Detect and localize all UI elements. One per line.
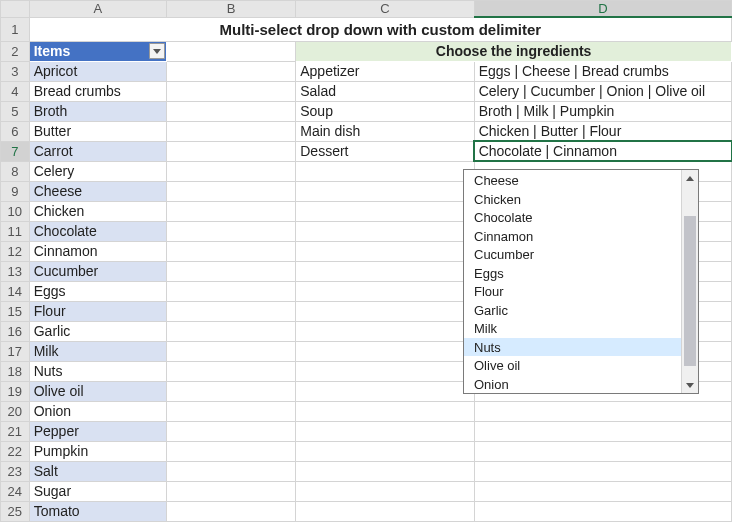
cell[interactable] <box>167 181 296 201</box>
dropdown-option[interactable]: Cheese <box>464 171 681 190</box>
scroll-down-icon[interactable] <box>682 376 698 393</box>
item-cell[interactable]: Chocolate <box>29 221 166 241</box>
item-cell[interactable]: Carrot <box>29 141 166 161</box>
cell[interactable] <box>167 121 296 141</box>
item-cell[interactable]: Flour <box>29 301 166 321</box>
row-header[interactable]: 2 <box>1 41 30 61</box>
cell-dropdown-button[interactable] <box>731 142 732 161</box>
cell[interactable] <box>167 201 296 221</box>
cell[interactable] <box>296 461 474 481</box>
select-all-corner[interactable] <box>1 1 30 18</box>
item-cell[interactable]: Cinnamon <box>29 241 166 261</box>
cell[interactable] <box>296 201 474 221</box>
filter-dropdown-button[interactable] <box>149 43 165 59</box>
cell[interactable] <box>474 501 731 521</box>
cell[interactable] <box>474 441 731 461</box>
cell[interactable] <box>296 381 474 401</box>
scroll-track[interactable] <box>682 187 698 376</box>
cell[interactable] <box>296 181 474 201</box>
cell[interactable] <box>167 361 296 381</box>
row-header[interactable]: 7 <box>1 141 30 161</box>
item-cell[interactable]: Pepper <box>29 421 166 441</box>
item-cell[interactable]: Cucumber <box>29 261 166 281</box>
item-cell[interactable]: Nuts <box>29 361 166 381</box>
cell[interactable] <box>474 461 731 481</box>
dropdown-option[interactable]: Olive oil <box>464 356 681 375</box>
row-header[interactable]: 24 <box>1 481 30 501</box>
cell[interactable] <box>167 461 296 481</box>
dropdown-option[interactable]: Milk <box>464 319 681 338</box>
cell[interactable] <box>167 421 296 441</box>
ingredients-cell[interactable]: Celery | Cucumber | Onion | Olive oil <box>474 81 731 101</box>
row-header[interactable]: 1 <box>1 17 30 41</box>
cell[interactable] <box>296 481 474 501</box>
item-cell[interactable]: Onion <box>29 401 166 421</box>
cell[interactable] <box>296 281 474 301</box>
item-cell[interactable]: Broth <box>29 101 166 121</box>
item-cell[interactable]: Garlic <box>29 321 166 341</box>
col-header-A[interactable]: A <box>29 1 166 18</box>
row-header[interactable]: 15 <box>1 301 30 321</box>
items-header-cell[interactable]: Items <box>29 41 166 61</box>
dropdown-scrollbar[interactable] <box>681 170 698 393</box>
dropdown-option[interactable]: Cinnamon <box>464 227 681 246</box>
row-header[interactable]: 11 <box>1 221 30 241</box>
dropdown-option-highlighted[interactable]: Nuts <box>464 338 681 357</box>
active-ingredients-cell[interactable]: Chocolate | Cinnamon <box>474 141 731 161</box>
row-header[interactable]: 22 <box>1 441 30 461</box>
cell[interactable] <box>296 301 474 321</box>
cell[interactable] <box>474 401 731 421</box>
cell[interactable] <box>296 241 474 261</box>
row-header[interactable]: 21 <box>1 421 30 441</box>
cell[interactable] <box>167 281 296 301</box>
item-cell[interactable]: Milk <box>29 341 166 361</box>
ingredients-cell[interactable]: Broth | Milk | Pumpkin <box>474 101 731 121</box>
cell[interactable] <box>296 321 474 341</box>
cell[interactable] <box>296 421 474 441</box>
row-header[interactable]: 19 <box>1 381 30 401</box>
item-cell[interactable]: Eggs <box>29 281 166 301</box>
item-cell[interactable]: Tomato <box>29 501 166 521</box>
item-cell[interactable]: Pumpkin <box>29 441 166 461</box>
cell[interactable] <box>167 501 296 521</box>
item-cell[interactable]: Cheese <box>29 181 166 201</box>
item-cell[interactable]: Butter <box>29 121 166 141</box>
item-cell[interactable]: Sugar <box>29 481 166 501</box>
row-header[interactable]: 25 <box>1 501 30 521</box>
dropdown-option[interactable]: Chicken <box>464 190 681 209</box>
row-header[interactable]: 5 <box>1 101 30 121</box>
cell[interactable] <box>296 361 474 381</box>
dropdown-option[interactable]: Cucumber <box>464 245 681 264</box>
item-cell[interactable]: Bread crumbs <box>29 81 166 101</box>
dish-name-cell[interactable]: Main dish <box>296 121 474 141</box>
dish-name-cell[interactable]: Salad <box>296 81 474 101</box>
cell[interactable] <box>296 341 474 361</box>
cell[interactable] <box>167 401 296 421</box>
scroll-thumb[interactable] <box>684 216 696 366</box>
dish-name-cell[interactable]: Appetizer <box>296 61 474 81</box>
row-header[interactable]: 9 <box>1 181 30 201</box>
dropdown-option[interactable]: Onion <box>464 375 681 394</box>
cell[interactable] <box>296 501 474 521</box>
cell[interactable] <box>296 401 474 421</box>
row-header[interactable]: 23 <box>1 461 30 481</box>
row-header[interactable]: 13 <box>1 261 30 281</box>
row-header[interactable]: 4 <box>1 81 30 101</box>
item-cell[interactable]: Celery <box>29 161 166 181</box>
cell[interactable] <box>167 61 296 81</box>
row-header[interactable]: 10 <box>1 201 30 221</box>
row-header[interactable]: 12 <box>1 241 30 261</box>
dropdown-option[interactable]: Flour <box>464 282 681 301</box>
dropdown-option[interactable]: Garlic <box>464 301 681 320</box>
row-header[interactable]: 3 <box>1 61 30 81</box>
row-header[interactable]: 20 <box>1 401 30 421</box>
item-cell[interactable]: Olive oil <box>29 381 166 401</box>
choose-header-cell[interactable]: Choose the ingredients <box>296 41 732 61</box>
item-cell[interactable]: Chicken <box>29 201 166 221</box>
cell[interactable] <box>167 441 296 461</box>
cell[interactable] <box>167 221 296 241</box>
item-cell[interactable]: Apricot <box>29 61 166 81</box>
cell[interactable] <box>167 261 296 281</box>
dish-name-cell[interactable]: Soup <box>296 101 474 121</box>
dish-name-cell[interactable]: Dessert <box>296 141 474 161</box>
